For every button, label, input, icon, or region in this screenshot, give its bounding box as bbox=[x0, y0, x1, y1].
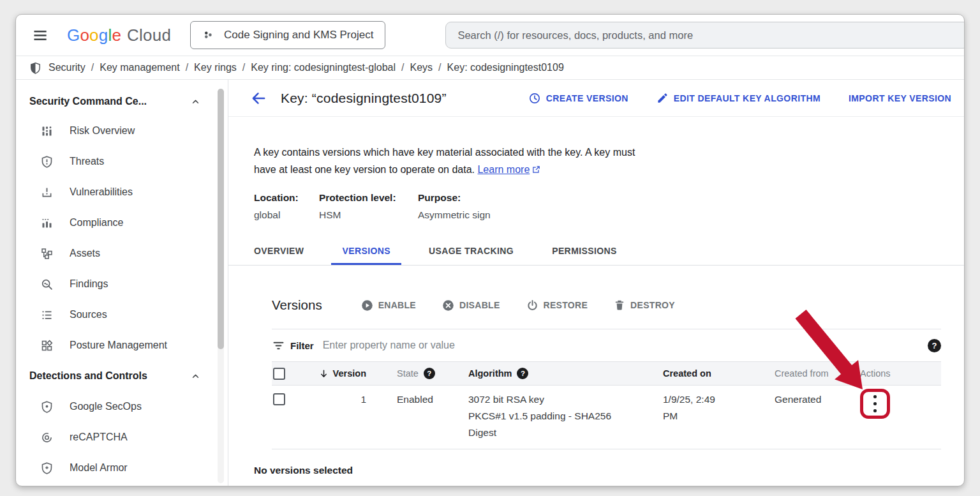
logo-letter: G bbox=[67, 26, 80, 45]
versions-table-header: Version State ? Algorithm ? bbox=[272, 361, 941, 386]
created-on-line: 1/9/25, 2:49 bbox=[663, 391, 755, 408]
page-title: Key: “codesigningtest0109” bbox=[281, 91, 447, 106]
column-header-state: State ? bbox=[366, 368, 449, 379]
sidebar-item-label: Vulnerabilities bbox=[70, 186, 133, 198]
sidebar-item-recaptcha[interactable]: reCAPTCHA bbox=[16, 422, 228, 453]
import-key-version-button[interactable]: IMPORT KEY VERSION bbox=[849, 93, 951, 103]
sidebar-item-assets[interactable]: Assets bbox=[16, 238, 228, 269]
destroy-button[interactable]: DESTROY bbox=[613, 299, 675, 312]
threats-shield-icon bbox=[40, 155, 54, 169]
row-algorithm: 3072 bit RSA key PKCS#1 v1.5 padding - S… bbox=[449, 391, 644, 441]
back-arrow-icon[interactable] bbox=[250, 90, 268, 107]
create-version-button[interactable]: CREATE VERSION bbox=[528, 92, 628, 105]
column-header-label: Created on bbox=[663, 368, 711, 379]
global-search-bar[interactable] bbox=[445, 22, 964, 49]
sidebar-item-compliance[interactable]: Compliance bbox=[16, 207, 228, 238]
meta-value: global bbox=[254, 209, 319, 221]
menu-hamburger-icon[interactable] bbox=[29, 24, 50, 46]
filter-input[interactable] bbox=[323, 340, 928, 351]
sidebar-section-title: Security Command Ce... bbox=[29, 96, 147, 107]
row-created-from: Generated bbox=[755, 391, 845, 408]
column-header-actions: Actions bbox=[845, 368, 941, 379]
sidebar-item-label: Google SecOps bbox=[70, 401, 142, 412]
sidebar-section-scc[interactable]: Security Command Ce... bbox=[16, 87, 228, 116]
description-line-text: have at least one key version to operate… bbox=[254, 164, 475, 175]
risk-overview-icon bbox=[40, 124, 54, 138]
sidebar-item-vulnerabilities[interactable]: Vulnerabilities bbox=[16, 177, 228, 207]
sidebar-item-threats[interactable]: Threats bbox=[16, 146, 228, 177]
sidebar-item-model-armor[interactable]: Model Armor bbox=[16, 453, 228, 483]
select-all-checkbox[interactable] bbox=[273, 368, 285, 380]
sidebar-item-label: Model Armor bbox=[70, 462, 128, 474]
sidebar-item-sources[interactable]: Sources bbox=[16, 299, 228, 330]
kebab-dot bbox=[873, 409, 877, 412]
project-name: Code Signing and KMS Project bbox=[224, 29, 373, 41]
breadcrumb-separator: / bbox=[186, 62, 188, 73]
algorithm-help-icon[interactable]: ? bbox=[517, 368, 528, 379]
sidebar-item-google-secops[interactable]: Google SecOps bbox=[16, 391, 228, 422]
restore-button[interactable]: RESTORE bbox=[526, 299, 588, 312]
disable-button[interactable]: DISABLE bbox=[442, 299, 500, 312]
algorithm-line: Digest bbox=[468, 425, 644, 441]
key-tabs: OVERVIEW VERSIONS USAGE TRACKING PERMISS… bbox=[228, 242, 964, 266]
sidebar-item-posture-management[interactable]: Posture Management bbox=[16, 330, 228, 361]
chevron-up-icon bbox=[190, 371, 201, 382]
body-row: Security Command Ce... Risk Overview T bbox=[16, 80, 964, 486]
key-description: A key contains versions which have key m… bbox=[254, 144, 964, 178]
sidebar-section-detections[interactable]: Detections and Controls bbox=[16, 361, 228, 391]
recaptcha-icon bbox=[40, 431, 54, 444]
breadcrumb-item[interactable]: Security bbox=[48, 62, 85, 73]
google-cloud-logo[interactable]: G o o g l e Cloud bbox=[67, 26, 171, 45]
algorithm-line: 3072 bit RSA key bbox=[468, 391, 644, 408]
column-header-created-from: Created from bbox=[755, 368, 845, 379]
browser-window: G o o g l e Cloud Code Signing and KMS P… bbox=[15, 14, 965, 486]
breadcrumb-separator: / bbox=[438, 62, 441, 73]
clock-icon bbox=[528, 92, 541, 105]
secops-shield-icon bbox=[40, 400, 54, 414]
key-page-header: Key: “codesigningtest0109” CREATE VERSIO… bbox=[228, 80, 964, 117]
tab-overview[interactable]: OVERVIEW bbox=[243, 242, 315, 265]
versions-section: Versions ENABLE bbox=[272, 297, 964, 476]
row-checkbox[interactable] bbox=[273, 393, 285, 405]
breadcrumb: Security / Key management / Key rings / … bbox=[16, 56, 964, 80]
model-armor-shield-icon bbox=[40, 462, 54, 475]
table-help-icon[interactable]: ? bbox=[928, 339, 941, 352]
description-line: A key contains versions which have key m… bbox=[254, 144, 964, 161]
pencil-icon bbox=[657, 92, 669, 104]
project-selector-button[interactable]: Code Signing and KMS Project bbox=[190, 21, 385, 49]
sidebar-item-label: Risk Overview bbox=[70, 125, 135, 137]
logo-letter: e bbox=[112, 26, 121, 45]
restore-power-icon bbox=[526, 299, 539, 312]
breadcrumb-item[interactable]: Keys bbox=[410, 62, 433, 73]
column-header-version[interactable]: Version bbox=[313, 368, 366, 379]
findings-icon bbox=[40, 278, 54, 291]
row-actions-menu-button[interactable] bbox=[873, 395, 877, 412]
sidebar-scrollbar-track[interactable] bbox=[218, 89, 224, 483]
enable-button[interactable]: ENABLE bbox=[360, 299, 416, 312]
sidebar-section-title: Detections and Controls bbox=[29, 370, 147, 382]
sidebar-item-risk-overview[interactable]: Risk Overview bbox=[16, 116, 228, 146]
header-checkbox-cell bbox=[272, 368, 313, 380]
row-checkbox-cell bbox=[272, 391, 313, 410]
tab-permissions[interactable]: PERMISSIONS bbox=[541, 242, 628, 265]
sidebar-item-label: Sources bbox=[70, 309, 107, 320]
meta-label: Location: bbox=[254, 192, 319, 204]
tab-usage-tracking[interactable]: USAGE TRACKING bbox=[418, 242, 524, 265]
disable-x-icon bbox=[442, 299, 455, 312]
compliance-icon bbox=[40, 216, 54, 230]
sidebar-scrollbar-thumb[interactable] bbox=[218, 89, 224, 349]
description-line: have at least one key version to operate… bbox=[254, 161, 964, 178]
search-input[interactable] bbox=[457, 29, 957, 41]
state-help-icon[interactable]: ? bbox=[424, 368, 435, 379]
main-panel: Key: “codesigningtest0109” CREATE VERSIO… bbox=[228, 80, 964, 486]
breadcrumb-item[interactable]: Key management bbox=[100, 62, 179, 73]
meta-protection-level: Protection level: HSM bbox=[319, 192, 418, 221]
edit-default-key-algorithm-button[interactable]: EDIT DEFAULT KEY ALGORITHM bbox=[657, 92, 820, 104]
assets-icon bbox=[40, 247, 54, 260]
breadcrumb-item[interactable]: Key rings bbox=[194, 62, 237, 73]
breadcrumb-item[interactable]: Key ring: codesigningtest-global bbox=[251, 62, 396, 73]
sidebar-item-findings[interactable]: Findings bbox=[16, 269, 228, 299]
learn-more-link[interactable]: Learn more bbox=[477, 164, 530, 175]
filter-label[interactable]: Filter bbox=[290, 340, 314, 351]
tab-versions[interactable]: VERSIONS bbox=[331, 242, 401, 265]
